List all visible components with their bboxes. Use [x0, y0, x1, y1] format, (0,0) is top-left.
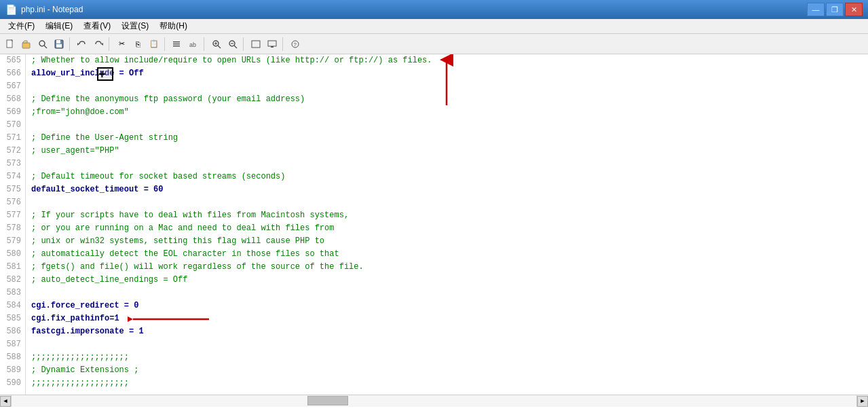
svg-rect-10: [173, 41, 180, 43]
code-line-586: fastcgi.impersonate = 1: [31, 325, 863, 338]
line-number-574: 574: [5, 170, 21, 183]
editor-content[interactable]: 5655665675685695705715725735745755765775…: [0, 54, 868, 395]
line-numbers: 5655665675685695705715725735745755765775…: [0, 54, 26, 395]
svg-rect-22: [268, 41, 276, 46]
code-line-573: [31, 158, 863, 170]
line-number-566: 566: [5, 67, 21, 80]
toolbar-save[interactable]: [52, 37, 67, 52]
close-button[interactable]: ✕: [845, 3, 863, 16]
svg-rect-1: [22, 43, 30, 48]
line-number-565: 565: [5, 54, 21, 67]
code-line-583: [31, 287, 863, 299]
svg-marker-2: [22, 41, 27, 43]
line-number-579: 579: [5, 235, 21, 248]
line-number-588: 588: [5, 351, 21, 364]
svg-rect-12: [173, 45, 180, 47]
svg-line-4: [44, 45, 47, 48]
line-number-569: 569: [5, 106, 21, 119]
code-line-589: ; Dynamic Extensions ;: [31, 364, 863, 377]
toolbar-wrap[interactable]: [248, 37, 263, 52]
scroll-right-button[interactable]: ▶: [857, 396, 868, 407]
scroll-thumb[interactable]: [307, 396, 348, 405]
code-line-584: cgi.force_redirect = 0: [31, 299, 863, 312]
svg-rect-6: [56, 40, 60, 43]
maximize-button[interactable]: ❐: [826, 3, 844, 16]
code-line-574: ; Default timeout for socket based strea…: [31, 170, 863, 183]
minimize-button[interactable]: —: [807, 3, 825, 16]
svg-text:ab: ab: [189, 41, 196, 48]
toolbar-new[interactable]: [3, 37, 18, 52]
line-number-583: 583: [5, 287, 21, 299]
toolbar-open[interactable]: [19, 37, 34, 52]
title-bar-left: 📄 php.ini - Notepad: [5, 4, 83, 16]
line-number-580: 580: [5, 248, 21, 261]
line-number-577: 577: [5, 209, 21, 222]
line-number-586: 586: [5, 325, 21, 338]
code-area[interactable]: + ; Whether to allow include/require to …: [26, 54, 868, 395]
line-number-578: 578: [5, 222, 21, 235]
menu-bar: 文件(F) 编辑(E) 查看(V) 设置(S) 帮助(H): [0, 19, 868, 34]
svg-point-3: [39, 41, 45, 46]
code-line-590: ;;;;;;;;;;;;;;;;;;;;: [31, 377, 863, 390]
code-line-578: ; or you are running on a Mac and need t…: [31, 222, 863, 235]
svg-rect-7: [56, 44, 62, 48]
line-number-582: 582: [5, 274, 21, 287]
line-number-567: 567: [5, 80, 21, 93]
svg-text:?: ?: [294, 41, 297, 48]
code-line-588: ;;;;;;;;;;;;;;;;;;;;: [31, 351, 863, 364]
toolbar: ✂ ⎘ 📋 ab ?: [0, 34, 868, 54]
toolbar-zoom-out[interactable]: [225, 37, 240, 52]
code-line-571: ; Define the User-Agent string: [31, 132, 863, 145]
toolbar-cut[interactable]: ✂: [114, 37, 129, 52]
horizontal-scrollbar[interactable]: ◀ ▶: [0, 395, 868, 407]
svg-rect-21: [252, 41, 260, 48]
line-number-587: 587: [5, 338, 21, 351]
line-number-572: 572: [5, 145, 21, 158]
toolbar-copy[interactable]: ⎘: [130, 37, 145, 52]
line-number-584: 584: [5, 299, 21, 312]
toolbar-extra[interactable]: ?: [288, 37, 303, 52]
menu-help[interactable]: 帮助(H): [154, 19, 193, 33]
svg-rect-11: [173, 43, 180, 45]
menu-settings[interactable]: 设置(S): [116, 19, 154, 33]
editor-wrapper: 5655665675685695705715725735745755765775…: [0, 54, 868, 407]
line-number-590: 590: [5, 377, 21, 390]
scroll-track[interactable]: [11, 395, 857, 407]
line-number-575: 575: [5, 183, 21, 196]
scroll-left-button[interactable]: ◀: [0, 396, 11, 407]
app-icon: 📄: [5, 4, 17, 16]
toolbar-monitor[interactable]: [265, 37, 280, 52]
menu-view[interactable]: 查看(V): [78, 19, 116, 33]
code-line-568: ; Define the anonymous ftp password (you…: [31, 93, 863, 106]
window-title: php.ini - Notepad: [21, 5, 83, 14]
line-number-576: 576: [5, 196, 21, 209]
toolbar-undo[interactable]: [75, 37, 90, 52]
toolbar-paste[interactable]: 📋: [147, 37, 162, 52]
line-number-568: 568: [5, 93, 21, 106]
code-line-572: ; user_agent="PHP": [31, 145, 863, 158]
svg-line-20: [234, 45, 237, 48]
toolbar-find[interactable]: [170, 37, 185, 52]
code-line-579: ; unix or win32 systems, setting this fl…: [31, 235, 863, 248]
toolbar-replace[interactable]: ab: [186, 37, 201, 52]
title-bar: 📄 php.ini - Notepad — ❐ ✕: [0, 0, 868, 19]
svg-rect-23: [271, 46, 273, 48]
menu-edit[interactable]: 编辑(E): [40, 19, 78, 33]
code-line-569: ;from="john@doe.com": [31, 106, 863, 119]
title-bar-controls: — ❐ ✕: [807, 3, 863, 16]
code-line-585: cgi.fix_pathinfo=1: [31, 312, 863, 325]
toolbar-save-search[interactable]: [35, 37, 50, 52]
code-line-576: [31, 196, 863, 209]
menu-file[interactable]: 文件(F): [3, 19, 40, 33]
code-line-577: ; If your scripts have to deal with file…: [31, 209, 863, 222]
toolbar-zoom-in[interactable]: [209, 37, 224, 52]
line-number-581: 581: [5, 261, 21, 274]
svg-rect-0: [7, 40, 12, 48]
line-number-570: 570: [5, 119, 21, 132]
code-line-575: default_socket_timeout = 60: [31, 183, 863, 196]
code-line-567: [31, 80, 863, 93]
code-line-581: ; fgets() and file() will work regardles…: [31, 261, 863, 274]
toolbar-redo[interactable]: [91, 37, 106, 52]
code-line-566: allow_url_include = Off: [31, 67, 863, 80]
code-line-582: ; auto_detect_line_endings = Off: [31, 274, 863, 287]
